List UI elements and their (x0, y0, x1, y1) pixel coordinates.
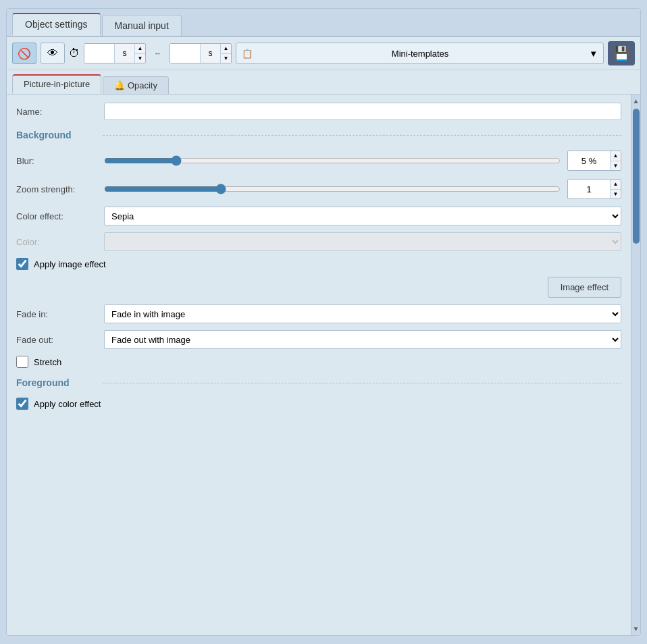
duration-unit: s (114, 44, 134, 63)
mini-templates-icon: 📋 (242, 49, 253, 59)
duration-value[interactable]: 5 (84, 44, 114, 63)
apply-image-effect-label: Apply image effect (34, 259, 106, 269)
blur-down-btn[interactable]: ▼ (610, 161, 621, 171)
scroll-thumb[interactable] (633, 109, 640, 244)
duration-down-btn[interactable]: ▼ (134, 54, 145, 63)
apply-color-effect-row: Apply color effect (16, 398, 621, 410)
blur-value-spinner[interactable]: 5 % ▲ ▼ (567, 151, 621, 171)
background-divider (103, 135, 621, 136)
blur-slider[interactable] (104, 155, 561, 166)
opacity-icon: 🔔 (114, 80, 128, 90)
duration-spinner[interactable]: 5 s ▲ ▼ (84, 43, 146, 63)
scroll-up-arrow[interactable]: ▲ (631, 96, 640, 106)
visibility-toggle-btn-1[interactable]: 🚫 (12, 43, 36, 64)
stretch-checkbox[interactable] (16, 356, 28, 368)
tab-object-settings[interactable]: Object settings (12, 13, 101, 36)
fade-in-label: Fade in: (16, 309, 97, 319)
stretch-row: Stretch (16, 356, 621, 368)
image-effect-btn-row: Image effect (16, 277, 621, 298)
color-row: Color: (16, 232, 621, 251)
delay-up-btn[interactable]: ▲ (220, 44, 231, 54)
color-effect-select[interactable]: Sepia None Grayscale Invert (104, 207, 621, 225)
save-button[interactable]: 💾 (608, 41, 635, 65)
fade-in-select[interactable]: Fade in with image None Fade in slowly F… (104, 304, 621, 323)
tab-manual-input[interactable]: Manual input (102, 15, 182, 36)
zoom-slider[interactable] (104, 184, 561, 194)
fade-out-label: Fade out: (16, 335, 97, 345)
delay-spin-btns[interactable]: ▲ ▼ (220, 44, 231, 63)
timer-icon: ⏱ (69, 47, 80, 59)
apply-image-effect-row: Apply image effect (16, 258, 621, 270)
sub-tab-opacity[interactable]: 🔔 Opacity (103, 76, 169, 94)
color-effect-row: Color effect: Sepia None Grayscale Inver… (16, 207, 621, 225)
apply-image-effect-checkbox[interactable] (16, 258, 28, 270)
delay-down-btn[interactable]: ▼ (220, 54, 231, 63)
background-label: Background (16, 130, 97, 140)
opacity-label: Opacity (128, 80, 157, 90)
scroll-content: Name: Background Blur: 5 % ▲ ▼ (7, 95, 631, 635)
content-area: Name: Background Blur: 5 % ▲ ▼ (7, 95, 640, 635)
zoom-up-btn[interactable]: ▲ (610, 180, 621, 190)
zoom-value: 1 (568, 184, 610, 194)
zoom-value-spinner[interactable]: 1 ▲ ▼ (567, 179, 621, 199)
apply-color-effect-checkbox[interactable] (16, 398, 28, 410)
duration-up-btn[interactable]: ▲ (134, 44, 145, 54)
name-input[interactable] (104, 103, 621, 120)
scrollbar: ▲ ▼ (631, 95, 640, 635)
blur-spin-btns[interactable]: ▲ ▼ (610, 151, 621, 170)
blur-label: Blur: (16, 156, 97, 166)
eye-closed-icon: 🚫 (18, 47, 31, 60)
zoom-slider-container (104, 178, 561, 200)
eye-open-icon: 👁 (47, 47, 58, 59)
blur-up-btn[interactable]: ▲ (610, 151, 621, 161)
zoom-down-btn[interactable]: ▼ (610, 190, 621, 199)
mini-templates-dropdown[interactable]: 📋 Mini-templates ▼ (236, 43, 604, 64)
fade-out-row: Fade out: Fade out with image None Fade … (16, 330, 621, 349)
toolbar: 🚫 👁 ⏱ 5 s ▲ ▼ ↔ 0 s ▲ ▼ 📋 Mini-templates (7, 37, 640, 70)
color-select (104, 232, 621, 251)
tab-bar: Object settings Manual input (7, 9, 640, 37)
duration-spin-btns[interactable]: ▲ ▼ (134, 44, 145, 63)
foreground-divider (103, 383, 621, 383)
foreground-label: Foreground (16, 377, 97, 388)
delay-unit: s (200, 44, 220, 63)
blur-slider-container (104, 150, 561, 171)
delay-arrow-icon: ↔ (154, 49, 161, 57)
delay-value[interactable]: 0 (170, 44, 200, 63)
visibility-toggle-btn-2[interactable]: 👁 (41, 43, 65, 64)
blur-value: 5 % (568, 156, 610, 166)
zoom-spin-btns[interactable]: ▲ ▼ (610, 180, 621, 198)
zoom-row: Zoom strength: 1 ▲ ▼ (16, 178, 621, 200)
fade-out-select[interactable]: Fade out with image None Fade out slowly… (104, 330, 621, 349)
color-label: Color: (16, 237, 97, 247)
main-panel: Object settings Manual input 🚫 👁 ⏱ 5 s ▲… (6, 8, 641, 636)
zoom-label: Zoom strength: (16, 184, 97, 194)
name-label: Name: (16, 107, 97, 117)
foreground-section: Foreground (16, 377, 621, 388)
save-icon: 💾 (613, 45, 630, 61)
mini-templates-arrow-icon: ▼ (589, 49, 598, 59)
apply-color-effect-label: Apply color effect (34, 399, 101, 409)
scroll-down-arrow[interactable]: ▼ (631, 624, 640, 634)
background-section: Background (16, 130, 621, 140)
sub-tab-bar: Picture-in-picture 🔔 Opacity (7, 70, 640, 95)
name-row: Name: (16, 103, 621, 120)
delay-spinner[interactable]: 0 s ▲ ▼ (170, 43, 232, 63)
blur-row: Blur: 5 % ▲ ▼ (16, 150, 621, 171)
image-effect-button[interactable]: Image effect (548, 277, 621, 298)
fade-in-row: Fade in: Fade in with image None Fade in… (16, 304, 621, 323)
sub-tab-picture-in-picture[interactable]: Picture-in-picture (12, 74, 101, 94)
color-effect-label: Color effect: (16, 211, 97, 221)
stretch-label: Stretch (34, 357, 61, 367)
mini-templates-label: Mini-templates (392, 49, 449, 59)
